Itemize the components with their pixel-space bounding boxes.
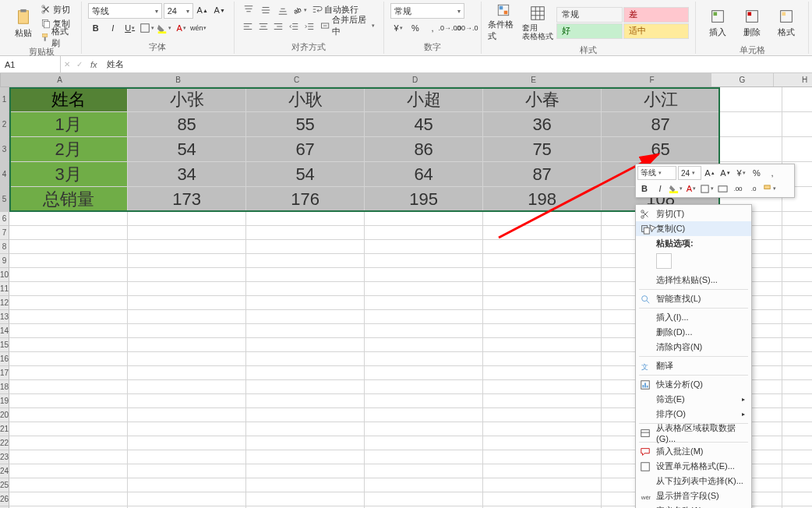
cell-E10[interactable]: [483, 268, 602, 282]
cell-A22[interactable]: [9, 436, 128, 450]
formula-input[interactable]: 姓名: [102, 58, 812, 70]
currency-button[interactable]: ¥: [390, 21, 406, 35]
cell-D4[interactable]: 64: [365, 162, 483, 187]
cell-C13[interactable]: [246, 310, 365, 324]
row-header-19[interactable]: 19: [0, 394, 9, 408]
cm-paste-option-default[interactable]: [656, 253, 672, 269]
cell-B11[interactable]: [128, 282, 246, 296]
cell-C11[interactable]: [246, 282, 365, 296]
cell-D22[interactable]: [365, 436, 483, 450]
cell-C25[interactable]: [246, 478, 365, 492]
cell-H8[interactable]: [782, 240, 812, 254]
cell-C22[interactable]: [246, 436, 365, 450]
cell-B7[interactable]: [128, 226, 246, 240]
cell-H19[interactable]: [782, 394, 812, 408]
row-header-14[interactable]: 14: [0, 324, 9, 338]
cell-E12[interactable]: [483, 296, 602, 310]
cell-C21[interactable]: [246, 422, 365, 436]
cell-B21[interactable]: [128, 422, 246, 436]
cell-H11[interactable]: [782, 282, 812, 296]
row-header-20[interactable]: 20: [0, 408, 9, 422]
cell-A3[interactable]: 2月: [9, 137, 128, 162]
cm-phonetic[interactable]: wén显示拼音字段(S): [636, 489, 751, 503]
decrease-font-icon[interactable]: A▼: [212, 3, 228, 17]
conditional-format-button[interactable]: 条件格式: [488, 3, 519, 42]
cell-B24[interactable]: [128, 464, 246, 478]
cell-A16[interactable]: [9, 352, 128, 366]
cell-E11[interactable]: [483, 282, 602, 296]
name-box[interactable]: A1: [0, 56, 61, 72]
column-header-F[interactable]: F: [593, 73, 711, 86]
cell-E3[interactable]: 75: [483, 137, 602, 162]
italic-button[interactable]: I: [105, 21, 121, 35]
cell-E16[interactable]: [483, 352, 602, 366]
cell-C26[interactable]: [246, 492, 365, 506]
cell-C2[interactable]: 55: [246, 112, 365, 137]
cell-B2[interactable]: 85: [128, 112, 246, 137]
cell-A1[interactable]: 姓名: [9, 87, 128, 112]
row-header-1[interactable]: 1: [0, 87, 9, 112]
cell-A21[interactable]: [9, 422, 128, 436]
cell-D25[interactable]: [365, 478, 483, 492]
fx-button[interactable]: fx: [86, 60, 102, 69]
cm-translate[interactable]: 文翻译: [636, 358, 751, 373]
cell-E25[interactable]: [483, 478, 602, 492]
cell-E13[interactable]: [483, 310, 602, 324]
cell-H25[interactable]: [782, 478, 812, 492]
cell-A14[interactable]: [9, 324, 128, 338]
cell-D6[interactable]: [365, 212, 483, 226]
cell-H15[interactable]: [782, 338, 812, 352]
cell-D7[interactable]: [365, 226, 483, 240]
cell-D3[interactable]: 86: [365, 137, 483, 162]
cell-B22[interactable]: [128, 436, 246, 450]
cell-E4[interactable]: 87: [483, 162, 602, 187]
cell-D21[interactable]: [365, 422, 483, 436]
cell-E23[interactable]: [483, 450, 602, 464]
cell-A10[interactable]: [9, 268, 128, 282]
mini-bold-button[interactable]: B: [637, 182, 651, 196]
cell-C20[interactable]: [246, 408, 365, 422]
cell-E21[interactable]: [483, 422, 602, 436]
cell-H21[interactable]: [782, 422, 812, 436]
cell-H14[interactable]: [782, 324, 812, 338]
row-header-8[interactable]: 8: [0, 240, 9, 254]
increase-indent-icon[interactable]: [302, 19, 316, 34]
row-header-21[interactable]: 21: [0, 422, 9, 436]
row-header-5[interactable]: 5: [0, 187, 9, 212]
row-header-13[interactable]: 13: [0, 310, 9, 324]
cell-H9[interactable]: [782, 254, 812, 268]
cell-H18[interactable]: [782, 380, 812, 394]
row-header-11[interactable]: 11: [0, 282, 9, 296]
cell-A9[interactable]: [9, 254, 128, 268]
column-header-G[interactable]: G: [711, 73, 774, 86]
cell-C14[interactable]: [246, 324, 365, 338]
cell-D18[interactable]: [365, 380, 483, 394]
mini-currency-icon[interactable]: ¥: [734, 166, 748, 180]
cell-D14[interactable]: [365, 324, 483, 338]
cm-insert[interactable]: 插入(I)...: [636, 310, 751, 325]
cell-B16[interactable]: [128, 352, 246, 366]
cell-A8[interactable]: [9, 240, 128, 254]
cell-D12[interactable]: [365, 296, 483, 310]
format-cells-button[interactable]: 格式: [771, 3, 802, 42]
cell-E20[interactable]: [483, 408, 602, 422]
column-header-C[interactable]: C: [238, 73, 356, 86]
underline-button[interactable]: U: [122, 21, 138, 35]
cell-B1[interactable]: 小张: [128, 87, 246, 112]
row-header-3[interactable]: 3: [0, 137, 9, 162]
mini-font-color-icon[interactable]: A: [684, 182, 698, 196]
cell-B5[interactable]: 173: [128, 187, 246, 212]
cell-B4[interactable]: 34: [128, 162, 246, 187]
cell-C8[interactable]: [246, 240, 365, 254]
insert-cells-button[interactable]: 插入: [702, 3, 733, 42]
cell-A13[interactable]: [9, 310, 128, 324]
mini-font-size[interactable]: 24: [678, 166, 701, 180]
cell-B26[interactable]: [128, 492, 246, 506]
cell-H23[interactable]: [782, 450, 812, 464]
cut-button[interactable]: 剪切: [41, 3, 75, 16]
cell-E2[interactable]: 36: [483, 112, 602, 137]
cell-B17[interactable]: [128, 366, 246, 380]
cm-copy[interactable]: 复制(C): [636, 221, 751, 236]
cell-H12[interactable]: [782, 296, 812, 310]
cell-B8[interactable]: [128, 240, 246, 254]
